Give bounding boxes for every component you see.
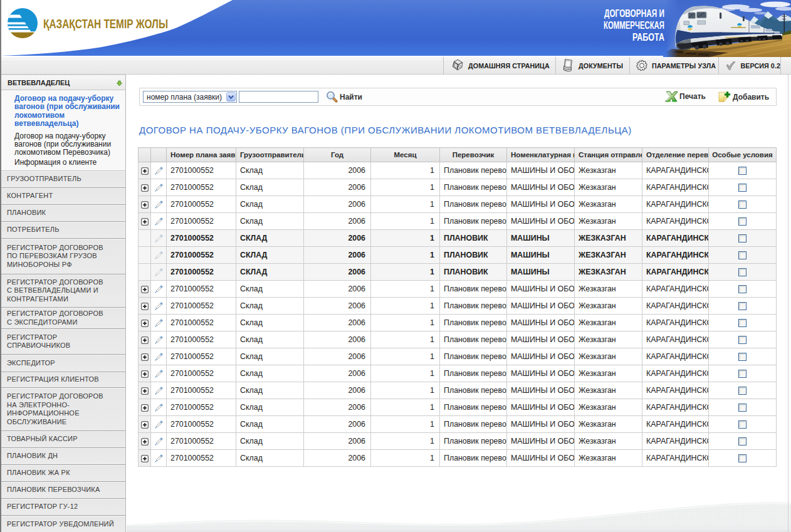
svg-text:ҚАЗАҚСТАН ТЕМІР ЖОЛЫ: ҚАЗАҚСТАН ТЕМІР ЖОЛЫ — [43, 16, 168, 31]
svg-text:РАБОТА: РАБОТА — [632, 32, 664, 43]
svg-text:ДОГОВОРНАЯ И: ДОГОВОРНАЯ И — [604, 8, 664, 19]
svg-text:КОММЕРЧЕСКАЯ: КОММЕРЧЕСКАЯ — [604, 20, 664, 31]
